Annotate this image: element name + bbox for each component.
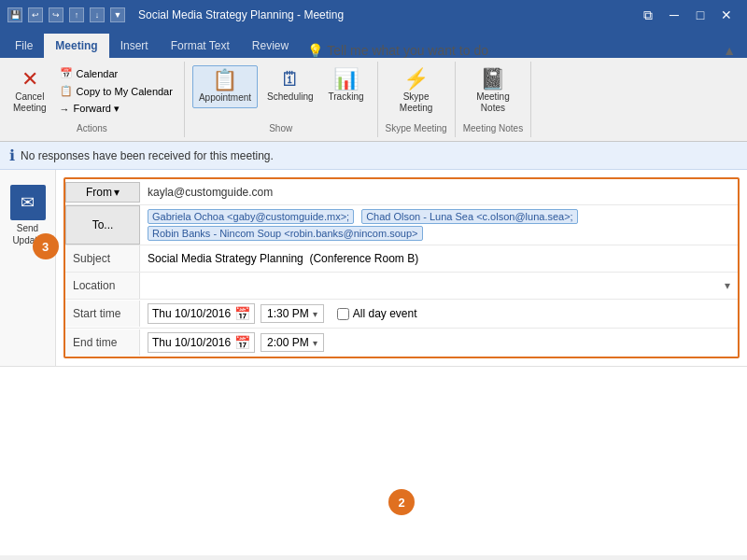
skype-buttons: ⚡ SkypeMeeting [394, 65, 439, 119]
forward-icon: → [60, 104, 70, 115]
start-date-calendar-icon[interactable]: 📅 [234, 306, 250, 321]
show-group-label: Show [269, 119, 292, 133]
more-icon[interactable]: ▼ [110, 7, 125, 22]
start-time-row: Start time Thu 10/10/2016 📅 1:30 PM ▾ [65, 300, 738, 329]
send-btn-container: ✉ SendUpdate 3 [10, 185, 46, 246]
up-icon[interactable]: ↑ [69, 7, 84, 22]
start-time-label: Start time [65, 301, 140, 327]
from-label: From [86, 186, 112, 199]
appointment-icon: 📋 [212, 70, 237, 91]
window-title: Social Media Strategy Planning - Meeting [138, 8, 344, 21]
location-row: Location ▾ [65, 273, 738, 300]
recipient-3[interactable]: Robin Banks - Nincom Soup <robin.banks@n… [148, 226, 423, 241]
actions-buttons: ✕ CancelMeeting 📅 Calendar 📋 Copy to My … [7, 65, 176, 119]
skype-meeting-label: SkypeMeeting [400, 91, 433, 114]
tab-file[interactable]: File [4, 34, 44, 58]
copy-calendar-label: Calendar [77, 68, 119, 79]
tell-me-icon: 💡 [307, 43, 323, 58]
meeting-notes-label: MeetingNotes [476, 91, 510, 114]
ribbon-group-skype: ⚡ SkypeMeeting Skype Meeting [378, 62, 456, 137]
end-date-input[interactable]: Thu 10/10/2016 📅 [148, 332, 255, 353]
tab-insert[interactable]: Insert [109, 34, 160, 58]
scheduling-btn[interactable]: 🗓 Scheduling [261, 65, 318, 106]
window-controls: ⧉ ─ □ ✕ [635, 2, 740, 28]
subject-row: Subject [65, 245, 738, 273]
recipient-separator-1 [356, 208, 359, 210]
tab-format-text[interactable]: Format Text [160, 34, 241, 58]
calendar-icon: 📅 [60, 67, 73, 79]
info-bar: ℹ No responses have been received for th… [0, 142, 747, 170]
cancel-meeting-btn[interactable]: ✕ CancelMeeting [7, 65, 52, 118]
minimize-btn[interactable]: ─ [661, 2, 687, 28]
callout-3: 3 [33, 233, 59, 259]
start-time-select[interactable]: 1:30 PM ▾ [261, 304, 324, 323]
subject-field[interactable] [140, 248, 738, 269]
cancel-meeting-icon: ✕ [21, 69, 38, 90]
title-bar: 💾 ↩ ↪ ↑ ↓ ▼ Social Media Strategy Planni… [0, 0, 747, 30]
save-icon[interactable]: 💾 [7, 7, 22, 22]
callout-2: 2 [388, 489, 415, 515]
appointment-btn[interactable]: 📋 Appointment [192, 65, 258, 108]
copy-calendar-icon: 📋 [60, 85, 73, 97]
tracking-icon: 📊 [333, 69, 359, 90]
end-time-select[interactable]: 2:00 PM ▾ [261, 333, 324, 352]
to-btn[interactable]: To... [65, 205, 140, 245]
all-day-checkbox-group: All day event [337, 307, 417, 320]
copy-to-my-calendar-btn[interactable]: 📋 Copy to My Calendar [56, 83, 176, 99]
location-field[interactable]: ▾ [140, 275, 738, 296]
tab-review[interactable]: Review [241, 34, 300, 58]
ribbon: ✕ CancelMeeting 📅 Calendar 📋 Copy to My … [0, 58, 747, 142]
main-content: ✉ SendUpdate 3 From ▾ kayla@customguide.… [0, 170, 747, 555]
start-time-chevron-icon: ▾ [313, 309, 317, 319]
skype-meeting-btn[interactable]: ⚡ SkypeMeeting [394, 65, 439, 118]
down-icon[interactable]: ↓ [90, 7, 105, 22]
copy-my-calendar-label: Copy to My Calendar [77, 86, 173, 97]
end-time-value: 2:00 PM [267, 336, 309, 349]
undo-icon[interactable]: ↩ [28, 7, 43, 22]
meeting-notes-btn[interactable]: 📓 MeetingNotes [471, 65, 515, 118]
location-input[interactable] [148, 279, 725, 292]
recipient-1[interactable]: Gabriela Ochoa <gaby@customguide.mx>; [148, 209, 354, 224]
from-btn[interactable]: From ▾ [65, 182, 140, 203]
actions-group-label: Actions [77, 119, 107, 133]
restore-btn[interactable]: ⧉ [635, 2, 661, 28]
appointment-label: Appointment [199, 92, 251, 104]
all-day-label: All day event [353, 307, 417, 320]
from-value[interactable]: kayla@customguide.com [140, 182, 738, 203]
start-time-value: 1:30 PM [267, 307, 309, 320]
recipients-area[interactable]: Gabriela Ochoa <gaby@customguide.mx>; Ch… [140, 205, 738, 245]
redo-icon[interactable]: ↪ [49, 7, 63, 22]
end-date-calendar-icon[interactable]: 📅 [234, 335, 250, 350]
maximize-btn[interactable]: □ [687, 2, 713, 28]
subject-label: Subject [65, 245, 140, 272]
tab-meeting[interactable]: Meeting [44, 34, 108, 58]
forward-btn[interactable]: → Forward ▾ [56, 101, 176, 117]
cancel-meeting-label: CancelMeeting [13, 91, 47, 114]
tracking-label: Tracking [329, 91, 364, 103]
start-date-value: Thu 10/10/2016 [152, 307, 231, 320]
send-panel: ✉ SendUpdate 3 [0, 170, 56, 366]
to-row: To... Gabriela Ochoa <gaby@customguide.m… [65, 205, 738, 245]
close-btn[interactable]: ✕ [713, 2, 740, 28]
tell-me-text[interactable]: Tell me what you want to do [327, 43, 488, 58]
ribbon-tabs: File Meeting Insert Format Text Review 💡… [0, 30, 747, 58]
end-date-value: Thu 10/10/2016 [152, 336, 231, 349]
notes-group-label: Meeting Notes [463, 119, 523, 133]
from-row: From ▾ kayla@customguide.com [65, 179, 738, 205]
forward-label: Forward ▾ [74, 103, 120, 115]
tracking-btn[interactable]: 📊 Tracking [323, 65, 370, 106]
tell-me-bar[interactable]: 💡 Tell me what you want to do [300, 43, 496, 58]
meeting-notes-icon: 📓 [480, 69, 505, 90]
end-time-chevron-icon: ▾ [313, 338, 317, 348]
start-date-input[interactable]: Thu 10/10/2016 📅 [148, 303, 255, 324]
email-body-area[interactable] [0, 366, 747, 555]
all-day-checkbox[interactable] [337, 308, 349, 320]
to-label: To... [92, 218, 114, 231]
location-label: Location [65, 273, 140, 299]
skype-icon: ⚡ [403, 69, 429, 90]
scheduling-label: Scheduling [267, 91, 313, 103]
copy-to-calendar-btn[interactable]: 📅 Calendar [56, 65, 176, 81]
recipient-2[interactable]: Chad Olson - Luna Sea <c.olson@luna.sea>… [361, 209, 578, 224]
subject-input[interactable] [148, 252, 730, 265]
ribbon-collapse-btn[interactable]: ▲ [715, 43, 743, 58]
